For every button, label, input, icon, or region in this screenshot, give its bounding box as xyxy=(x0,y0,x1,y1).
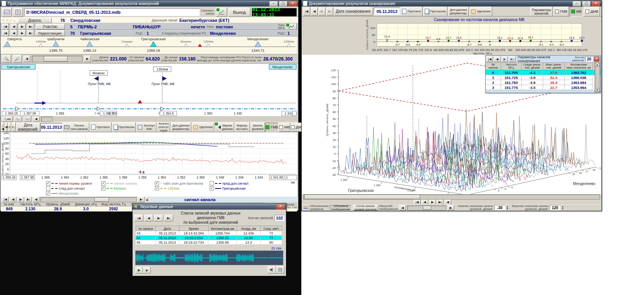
params-row[interactable]: 2151.750-3.925.41363.684 xyxy=(486,80,600,85)
scan-close-button[interactable]: ✕ xyxy=(591,1,600,7)
scan-minimize-button[interactable]: – xyxy=(572,1,581,7)
band-toggle-ГМВ[interactable]: ГМВ xyxy=(265,123,278,132)
plot3d-hscrollbar[interactable] xyxy=(303,194,600,200)
meas-last-button[interactable]: ▶| xyxy=(25,197,32,202)
chart-zoom-reset-button[interactable]: 🔍мм xyxy=(2,116,13,122)
params-row[interactable]: 0151.700-4.327.81363.762 xyxy=(486,70,600,75)
channel-params-scrollbar[interactable]: ▲ ▼ xyxy=(595,62,600,92)
scale-grid-button[interactable]: Сетка шкалы уровня сигнала xyxy=(353,205,378,211)
date-nav-0[interactable]: |◀ xyxy=(1,123,4,132)
measurement-window-titlebar[interactable]: Программное обеспечение МИКРАД. Документ… xyxy=(0,0,298,7)
section-next-button[interactable]: ▶ xyxy=(19,23,26,30)
toolbar-button-2[interactable]: Протоколы xyxy=(112,122,136,132)
scan-date-field[interactable]: 05.11.2013 xyxy=(374,8,400,15)
audio-prev-button[interactable]: ◀ xyxy=(144,215,153,221)
toolbar-button-0[interactable]: Печать сигн.канала xyxy=(62,122,89,132)
scan-band-3[interactable]: ДМВ xyxy=(584,7,600,16)
legend-checkbox[interactable] xyxy=(46,186,50,190)
band-toggle-МВ[interactable]: МВ xyxy=(279,123,290,132)
span-detail-diagram[interactable]: ГригорьевскаяМенделеевоМокиноПульт ГМВ, … xyxy=(1,64,297,116)
chart-scrollbar[interactable] xyxy=(41,116,53,122)
list-view-button[interactable] xyxy=(13,8,23,17)
exit-button[interactable]: Выход xyxy=(228,8,250,17)
audio-waveform[interactable] xyxy=(135,251,283,265)
toolbar-button-3[interactable]: Экспорт XML xyxy=(136,122,156,132)
legend-item[interactable]: ✓Мокино xyxy=(101,186,126,190)
audio-row[interactable]: 4305.11.201319:14:42:2841356.74412.43672 xyxy=(136,231,282,236)
scan-band-2[interactable]: МВ xyxy=(570,7,583,16)
meas-scroll-left[interactable]: ◀ xyxy=(33,197,39,202)
toolbar-button-7[interactable]: Звуков. данные xyxy=(215,122,234,132)
scan-toolbar-button-3[interactable]: Удаление xyxy=(470,7,492,16)
chart-view-button[interactable] xyxy=(2,8,12,17)
section-last-button[interactable]: ▶| xyxy=(27,23,34,30)
scan-toolbar-button-2[interactable]: Доп.данные документир. xyxy=(448,7,469,16)
legend-checkbox[interactable]: ✓ xyxy=(155,181,159,185)
toolbar-button-5[interactable]: Доп.данные документир. xyxy=(171,122,191,132)
minimize-button[interactable]: – xyxy=(269,1,278,7)
legend-item[interactable]: пред.доп.сигнал xyxy=(210,181,248,185)
scan-band-0[interactable]: Параметры каналов xyxy=(530,7,553,16)
meas-scroll-right[interactable]: ▶ xyxy=(138,197,145,202)
radio-next-button[interactable]: ▶ xyxy=(19,30,26,36)
legend-item[interactable]: ✓Григорьевская xyxy=(210,186,245,190)
toolbar-button-9[interactable]: Шкала уровней xyxy=(250,122,265,132)
legend-checkbox[interactable] xyxy=(210,181,214,185)
scan-toolbar-button-0[interactable]: Протокол xyxy=(401,7,422,16)
date-nav-1[interactable]: ◀ xyxy=(5,123,8,132)
scale-right-button[interactable]: ▶ xyxy=(447,205,454,210)
legend-item[interactable]: след.доп.сигнал xyxy=(46,186,85,190)
channel-params-table[interactable]: № каналаЧастота МГцСредн.значе- ние, дБм… xyxy=(486,62,600,90)
params-row[interactable]: 3151.775-3.522.71353.664 xyxy=(486,85,600,90)
radio-button[interactable]: Радиостанции: xyxy=(36,30,65,36)
scale-left-button[interactable]: ◀ xyxy=(399,205,406,210)
audio-close-button[interactable]: ✕ xyxy=(276,204,285,210)
audio-window-titlebar[interactable]: Звуковые данные ✕ xyxy=(133,203,286,210)
legend-item[interactable]: ✓1354км xyxy=(155,186,179,190)
scan-date-nav-0[interactable]: |◀ xyxy=(303,7,310,16)
legend-checkbox[interactable]: ✓ xyxy=(46,191,50,195)
chart-zoom-out-button[interactable]: 🔍− xyxy=(14,116,22,122)
maximize-button[interactable]: ▢ xyxy=(279,1,288,7)
scroll-right-button[interactable]: ▶ xyxy=(84,56,91,62)
radio-first-button[interactable]: |◀ xyxy=(2,30,9,36)
measurement-date-field[interactable]: 05.11.2013 xyxy=(41,123,62,131)
audio-row[interactable]: 4405.11.201319:15:2:5541356.3212.8677 xyxy=(136,236,282,240)
scan-band-1[interactable]: ГМВ xyxy=(554,7,569,16)
channel-prev-button[interactable]: ◀ xyxy=(494,56,500,62)
meas-first-button[interactable]: |◀ xyxy=(2,197,9,202)
zoom-out-button[interactable]: 🔍 xyxy=(2,55,11,63)
graph-legend-label[interactable]: Обозначение графиков xyxy=(310,205,329,211)
scale-min-spinner[interactable]: ▲▼ xyxy=(506,205,509,210)
scan-maximize-button[interactable]: ▢ xyxy=(582,1,591,7)
database-path-field[interactable]: D:\MICRAD\micrad_m_СВЕРД_05-11-2013.mdb xyxy=(25,8,200,16)
scan-date-nav-1[interactable]: ◀ xyxy=(311,7,318,16)
volume-view-button[interactable]: Объемное изображение xyxy=(330,205,352,211)
legend-checkbox[interactable]: ✓ xyxy=(101,181,105,185)
pan-arrows[interactable]: ↖↗↙↘ xyxy=(2,18,16,22)
legend-checkbox[interactable]: ✓ xyxy=(46,181,50,185)
legend-item[interactable]: ✓○табл.знач.для протокола xyxy=(155,181,203,185)
audio-volume-button[interactable] xyxy=(268,266,276,274)
scale-max-value[interactable]: 120 xyxy=(550,205,560,210)
plot3d-last-button[interactable]: ▶| xyxy=(437,200,444,205)
audio-settings-button[interactable] xyxy=(276,266,284,274)
scale-max-spinner[interactable]: ▲▼ xyxy=(562,205,564,210)
scroll-left-button[interactable]: ◀ xyxy=(23,56,30,62)
legend-item[interactable]: ✓Менделеево xyxy=(46,191,79,195)
scan-button[interactable] xyxy=(216,8,227,17)
channel-first-button[interactable]: |◀ xyxy=(486,56,493,62)
toolbar-button-8[interactable]: Маркир. ист.сигн. xyxy=(235,122,250,132)
scale-scrollbar[interactable] xyxy=(407,205,446,210)
chart-scroll-left-button[interactable]: ◀ xyxy=(33,116,39,122)
date-nav-3[interactable]: ▶| xyxy=(12,123,15,132)
scan-date-nav-2[interactable]: ▶ xyxy=(319,7,325,16)
section-prev-button[interactable]: ◀ xyxy=(10,23,17,30)
legend-checkbox[interactable]: ✓ xyxy=(210,186,214,190)
scale-min-value[interactable]: -30 xyxy=(495,205,505,210)
meas-scrollbar[interactable] xyxy=(40,197,137,202)
gps-track-button[interactable] xyxy=(286,23,297,30)
section-overview-diagram[interactable]: Оверята1400кмШабуничи1395.76Чайковская13… xyxy=(1,36,297,54)
plot3d-step-button[interactable]: ◀ xyxy=(444,200,451,205)
legend-item[interactable]: ✓линия нормы уровня xyxy=(46,181,92,185)
